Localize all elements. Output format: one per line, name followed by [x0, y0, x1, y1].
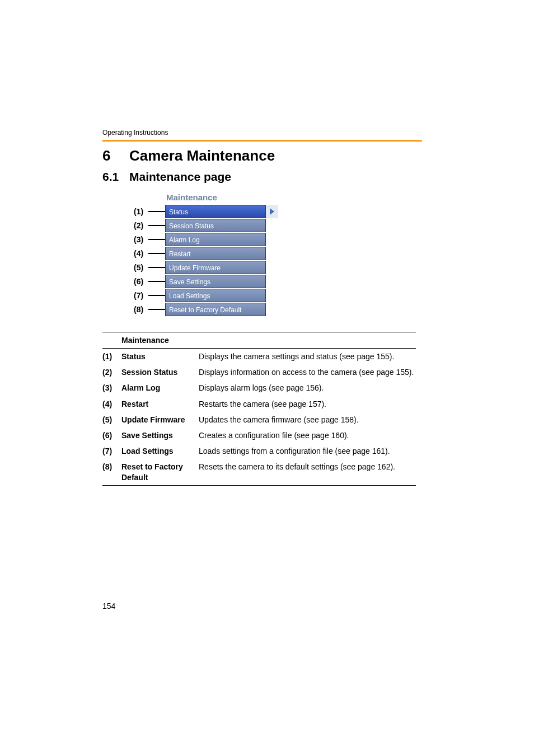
description-table: Maintenance (1) Status Displays the came…: [102, 332, 416, 486]
chevron-right-icon: [270, 208, 274, 215]
callout-number: (6): [134, 277, 148, 286]
row-text: Resets the camera to its default setting…: [199, 462, 416, 482]
chapter-number: 6: [102, 147, 129, 165]
menu-row: (6) Save Settings: [134, 274, 313, 288]
row-name: Save Settings: [121, 430, 199, 440]
callout-connector: [148, 267, 165, 268]
table-row: (3) Alarm Log Displays alarm logs (see p…: [102, 380, 416, 396]
header-rule: [102, 140, 422, 142]
menu-item-update-firmware[interactable]: Update Firmware: [165, 261, 266, 274]
section-title: Maintenance page: [129, 170, 231, 183]
table-bottom-rule: [102, 485, 416, 486]
menu-item-alarm-log[interactable]: Alarm Log: [165, 233, 266, 246]
row-name: Load Settings: [121, 446, 199, 456]
menu-figure: Maintenance (1) Status (2) Session Statu…: [134, 190, 313, 316]
callout-number: (3): [134, 235, 148, 244]
table-row: (2) Session Status Displays information …: [102, 364, 416, 380]
callout-number: (8): [134, 305, 148, 314]
page-number: 154: [102, 602, 115, 611]
menu-row: (2) Session Status: [134, 218, 313, 232]
row-text: Displays information on access to the ca…: [199, 367, 416, 377]
menu-row: (3) Alarm Log: [134, 232, 313, 246]
callout-number: (4): [134, 249, 148, 258]
row-number: (2): [102, 367, 121, 377]
row-number: (7): [102, 446, 121, 456]
row-text: Displays the camera settings and status …: [199, 351, 416, 361]
callout-connector: [148, 211, 165, 212]
callout-connector: [148, 253, 165, 254]
callout-number: (7): [134, 291, 148, 300]
table-header: Maintenance: [102, 332, 416, 348]
row-text: Creates a configuration file (see page 1…: [199, 430, 416, 440]
menu-item-reset-factory[interactable]: Reset to Factory Default: [165, 303, 266, 316]
row-name: Update Firmware: [121, 415, 199, 425]
callout-connector: [148, 281, 165, 282]
menu-row: (5) Update Firmware: [134, 260, 313, 274]
menu-arrow: [266, 205, 278, 218]
table-row: (6) Save Settings Creates a configuratio…: [102, 428, 416, 443]
row-number: (6): [102, 430, 121, 440]
row-number: (1): [102, 351, 121, 361]
menu-item-session-status[interactable]: Session Status: [165, 219, 266, 232]
row-number: (4): [102, 399, 121, 409]
row-text: Displays alarm logs (see page 156).: [199, 383, 416, 393]
row-name: Alarm Log: [121, 383, 199, 393]
table-row: (8) Reset to Factory Default Resets the …: [102, 459, 416, 485]
row-text: Updates the camera firmware (see page 15…: [199, 415, 416, 425]
callout-connector: [148, 239, 165, 240]
row-name: Restart: [121, 399, 199, 409]
section-number: 6.1: [102, 170, 129, 184]
menu-row: (1) Status: [134, 204, 313, 218]
chapter-heading: 6Camera Maintenance: [102, 147, 422, 165]
menu-item-load-settings[interactable]: Load Settings: [165, 289, 266, 302]
menu-row: (7) Load Settings: [134, 288, 313, 302]
chapter-title: Camera Maintenance: [129, 147, 275, 164]
table-row: (4) Restart Restarts the camera (see pag…: [102, 396, 416, 412]
section-heading: 6.1Maintenance page: [102, 170, 422, 184]
row-text: Restarts the camera (see page 157).: [199, 399, 416, 409]
table-row: (7) Load Settings Loads settings from a …: [102, 443, 416, 459]
row-name: Session Status: [121, 367, 199, 377]
callout-number: (1): [134, 207, 148, 216]
row-name: Reset to Factory Default: [121, 462, 199, 482]
table-row: (1) Status Displays the camera settings …: [102, 349, 416, 364]
callout-connector: [148, 309, 165, 310]
document-page: Operating Instructions 6Camera Maintenan…: [0, 0, 534, 756]
callout-number: (2): [134, 221, 148, 230]
row-number: (5): [102, 415, 121, 425]
row-number: (3): [102, 383, 121, 393]
running-header: Operating Instructions: [102, 129, 422, 137]
row-number: (8): [102, 462, 121, 482]
row-text: Loads settings from a configuration file…: [199, 446, 416, 456]
menu-header: Maintenance: [134, 190, 313, 204]
table-row: (5) Update Firmware Updates the camera f…: [102, 412, 416, 428]
callout-connector: [148, 225, 165, 226]
menu-item-status[interactable]: Status: [165, 205, 266, 218]
menu-row: (4) Restart: [134, 246, 313, 260]
menu-item-restart[interactable]: Restart: [165, 247, 266, 260]
callout-connector: [148, 295, 165, 296]
menu-item-save-settings[interactable]: Save Settings: [165, 275, 266, 288]
callout-number: (5): [134, 263, 148, 272]
row-name: Status: [121, 351, 199, 361]
menu-row: (8) Reset to Factory Default: [134, 302, 313, 316]
